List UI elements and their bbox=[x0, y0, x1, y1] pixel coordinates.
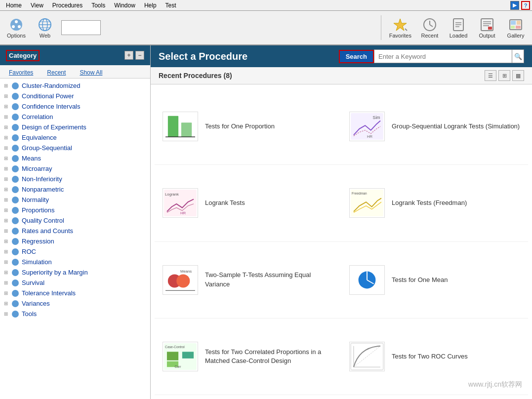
sidebar-item[interactable]: ⊞ Tools bbox=[0, 309, 150, 319]
menu-test[interactable]: Test bbox=[162, 1, 180, 10]
tab-recent[interactable]: Recent bbox=[42, 67, 71, 78]
toolbar-output-btn[interactable]: Output bbox=[475, 15, 499, 40]
sidebar-item-label: Survival bbox=[22, 279, 44, 286]
view-list-btn[interactable]: ☰ bbox=[485, 70, 496, 81]
search-button[interactable]: Search bbox=[339, 50, 374, 63]
sidebar-item[interactable]: ⊞ Group-Sequential bbox=[0, 143, 150, 153]
sidebar-item[interactable]: ⊞ Simulation bbox=[0, 257, 150, 267]
sidebar-item-label: Variances bbox=[22, 300, 50, 307]
expand-icon: ⊞ bbox=[4, 83, 10, 88]
sidebar: Category + − Favorites Recent Show All ⊞… bbox=[0, 45, 151, 399]
sidebar-item[interactable]: ⊞ Correlation bbox=[0, 112, 150, 122]
sidebar-item[interactable]: ⊞ Variances bbox=[0, 298, 150, 309]
toolbar-recent-btn[interactable]: Recent bbox=[417, 15, 442, 40]
sidebar-item[interactable]: ⊞ Quality Control bbox=[0, 215, 150, 226]
expand-icon: ⊞ bbox=[4, 228, 10, 234]
menu-tools[interactable]: Tools bbox=[87, 1, 109, 10]
category-icon bbox=[12, 259, 19, 266]
sidebar-item-label: Simulation bbox=[22, 258, 52, 266]
toolbar-gallery-btn[interactable]: Gallery bbox=[503, 15, 528, 40]
menu-right-btns: ▶ ? bbox=[510, 1, 530, 10]
expand-icon: ⊞ bbox=[4, 156, 10, 161]
sidebar-item[interactable]: ⊞ Design of Experiments bbox=[0, 122, 150, 132]
procedure-label: Tests for Two ROC Curves bbox=[392, 352, 468, 361]
procedure-item[interactable]: Sim HR Group-Sequential Logrank Tests (S… bbox=[341, 88, 528, 165]
sidebar-item[interactable]: ⊞ Survival bbox=[0, 278, 150, 288]
category-icon bbox=[12, 165, 19, 172]
corner-help-btn[interactable]: ? bbox=[521, 1, 530, 10]
procedure-item[interactable]: Tests for One Proportion bbox=[155, 88, 341, 165]
expand-icon: ⊞ bbox=[4, 176, 10, 182]
procedure-item[interactable]: Logrank HR Logrank Tests bbox=[155, 165, 341, 241]
sidebar-item[interactable]: ⊞ Proportions bbox=[0, 205, 150, 215]
svg-rect-29 bbox=[181, 122, 192, 137]
sidebar-item[interactable]: ⊞ Nonparametric bbox=[0, 184, 150, 195]
sidebar-item[interactable]: ⊞ Regression bbox=[0, 236, 150, 246]
sidebar-item[interactable]: ⊞ Non-Inferiority bbox=[0, 174, 150, 184]
procedure-item[interactable]: Means Two-Sample T-Tests Assuming Equal … bbox=[155, 242, 341, 319]
sidebar-item[interactable]: ⊞ Rates and Counts bbox=[0, 226, 150, 236]
menu-view[interactable]: View bbox=[27, 1, 47, 10]
svg-point-3 bbox=[18, 25, 21, 28]
menu-help[interactable]: Help bbox=[140, 1, 161, 10]
view-chart-btn[interactable]: ▦ bbox=[512, 70, 524, 81]
procedure-thumbnail bbox=[163, 112, 198, 141]
menu-procedures[interactable]: Procedures bbox=[48, 1, 86, 10]
procedure-thumbnail bbox=[349, 265, 385, 295]
toolbar-favorites-btn[interactable]: Favorites bbox=[387, 15, 413, 40]
svg-point-40 bbox=[176, 274, 190, 287]
procedure-item[interactable]: Case-Control Corr Tests for Two Correlat… bbox=[155, 319, 341, 395]
sidebar-item[interactable]: ⊞ Superiority by a Margin bbox=[0, 267, 150, 278]
sidebar-item[interactable]: ⊞ Normality bbox=[0, 195, 150, 205]
svg-text:Means: Means bbox=[180, 269, 192, 273]
corner-play-btn[interactable]: ▶ bbox=[510, 1, 519, 10]
favorites-label: Favorites bbox=[389, 33, 411, 39]
main-panel: Select a Procedure Search 🔍 Recent Proce… bbox=[151, 45, 532, 399]
category-icon bbox=[12, 145, 19, 152]
sidebar-item[interactable]: ⊞ Cluster-Randomized bbox=[0, 80, 150, 91]
search-area: Search 🔍 bbox=[339, 49, 524, 63]
sidebar-item[interactable]: ⊞ Confidence Intervals bbox=[0, 101, 150, 112]
procedure-item[interactable]: Tests for One Mean bbox=[341, 242, 528, 319]
procedure-thumbnail: Freedman bbox=[349, 188, 385, 218]
sidebar-item[interactable]: ⊞ Tolerance Intervals bbox=[0, 288, 150, 298]
sidebar-item[interactable]: ⊞ Equivalence bbox=[0, 132, 150, 143]
expand-icon: ⊞ bbox=[4, 197, 10, 202]
procedure-item[interactable]: Freedman Logrank Tests (Freedman) bbox=[341, 165, 528, 241]
category-icon bbox=[12, 269, 19, 276]
favorites-icon bbox=[392, 17, 408, 33]
content-area: Category + − Favorites Recent Show All ⊞… bbox=[0, 45, 532, 399]
sidebar-item[interactable]: ⊞ Means bbox=[0, 153, 150, 163]
menu-bar: Home View Procedures Tools Window Help T… bbox=[0, 0, 532, 11]
menu-window[interactable]: Window bbox=[110, 1, 139, 10]
category-icon bbox=[12, 311, 19, 318]
sidebar-item[interactable]: ⊞ Microarray bbox=[0, 163, 150, 174]
sidebar-category-title: Category bbox=[6, 50, 40, 61]
svg-text:HR: HR bbox=[367, 134, 373, 139]
tab-favorites[interactable]: Favorites bbox=[4, 67, 38, 78]
expand-icon: ⊞ bbox=[4, 207, 10, 213]
toolbar-web-btn[interactable]: Web bbox=[33, 15, 57, 40]
search-input[interactable] bbox=[374, 49, 512, 63]
svg-rect-24 bbox=[511, 21, 516, 25]
toolbar-loaded-btn[interactable]: Loaded bbox=[446, 15, 471, 40]
sidebar-item[interactable]: ⊞ ROC bbox=[0, 246, 150, 257]
recent-label: Recent bbox=[421, 33, 439, 39]
procedures-bar: Recent Procedures (8) ☰ ⊞ ▦ bbox=[151, 67, 532, 84]
category-icon bbox=[12, 93, 19, 100]
sidebar-collapse-btn[interactable]: − bbox=[135, 51, 144, 60]
sidebar-item[interactable]: ⊞ Conditional Power bbox=[0, 91, 150, 101]
options-label: Options bbox=[7, 33, 26, 39]
sidebar-item-label: Cluster-Randomized bbox=[22, 82, 81, 89]
procedure-label: Group-Sequential Logrank Tests (Simulati… bbox=[392, 122, 520, 131]
svg-line-13 bbox=[430, 25, 433, 27]
sidebar-item-label: Regression bbox=[22, 238, 54, 245]
expand-icon: ⊞ bbox=[4, 280, 10, 285]
tab-show-all[interactable]: Show All bbox=[75, 67, 107, 78]
toolbar-options-btn[interactable]: Options bbox=[4, 15, 29, 40]
menu-home[interactable]: Home bbox=[2, 1, 26, 10]
sidebar-item-label: Normality bbox=[22, 196, 49, 203]
view-grid-btn[interactable]: ⊞ bbox=[498, 70, 510, 81]
expand-icon: ⊞ bbox=[4, 145, 10, 151]
sidebar-expand-btn[interactable]: + bbox=[124, 51, 133, 60]
